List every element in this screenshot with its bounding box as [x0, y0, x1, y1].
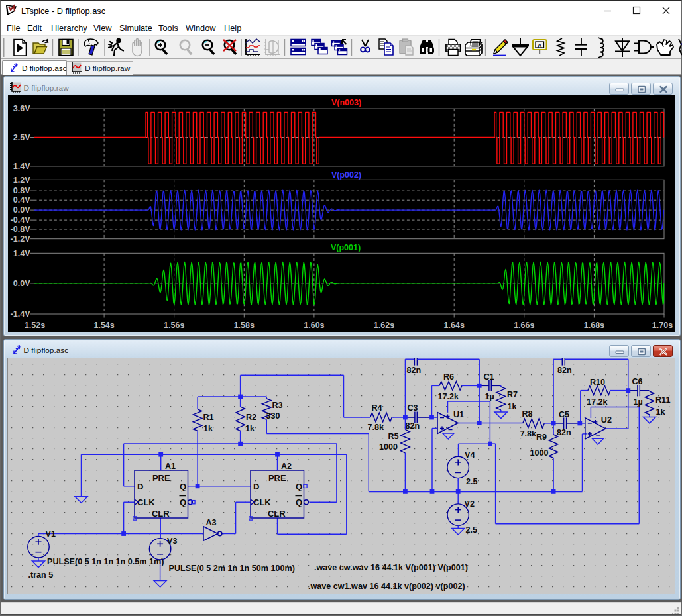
svg-text:PRE: PRE: [268, 473, 286, 483]
svg-text:R11: R11: [655, 395, 670, 405]
svg-text:0.0V: 0.0V: [13, 205, 30, 215]
svg-text:1000: 1000: [530, 448, 548, 458]
svg-text:A2: A2: [280, 462, 291, 471]
svg-text:R4: R4: [371, 403, 382, 413]
svg-text:R9: R9: [536, 433, 546, 442]
svg-text:1µ: 1µ: [633, 397, 642, 407]
svg-text:1.54s: 1.54s: [93, 321, 114, 330]
svg-text:V4: V4: [465, 450, 475, 460]
svg-text:CLR: CLR: [151, 509, 169, 519]
svg-text:D: D: [253, 482, 259, 491]
svg-text:.tran 5: .tran 5: [28, 570, 53, 580]
svg-text:-0.8V: -0.8V: [10, 225, 30, 234]
svg-text:U1: U1: [453, 410, 464, 419]
svg-text:3.6V: 3.6V: [13, 104, 30, 113]
svg-text:-0.4V: -0.4V: [10, 215, 30, 225]
svg-text:C1: C1: [483, 372, 494, 382]
svg-text:Q: Q: [180, 482, 186, 491]
svg-text:V3: V3: [167, 537, 177, 546]
svg-text:2.5V: 2.5V: [13, 133, 30, 142]
svg-text:0.8V: 0.8V: [13, 186, 30, 195]
svg-text:1.60s: 1.60s: [304, 321, 324, 330]
svg-text:R7: R7: [507, 390, 518, 399]
svg-text:R5: R5: [388, 432, 398, 441]
svg-text:1.62s: 1.62s: [373, 321, 394, 330]
svg-text:1k: 1k: [245, 424, 255, 433]
svg-text:.wave cw.wav 16 44.1k V(p001): .wave cw.wav 16 44.1k V(p001) V(p001): [314, 563, 468, 572]
svg-text:1µ: 1µ: [484, 392, 494, 401]
svg-text:A3: A3: [205, 518, 216, 527]
svg-text:Q: Q: [296, 482, 302, 491]
svg-text:82n: 82n: [557, 428, 571, 437]
svg-text:0.0V: 0.0V: [13, 279, 30, 288]
svg-text:7.8k: 7.8k: [367, 423, 384, 432]
svg-text:-1.2V: -1.2V: [10, 234, 30, 244]
svg-text:1.70s: 1.70s: [652, 321, 672, 330]
svg-text:V(n003): V(n003): [331, 98, 361, 107]
svg-text:V(p001): V(p001): [330, 243, 360, 252]
svg-text:R1: R1: [203, 413, 213, 422]
svg-text:2.5: 2.5: [466, 477, 478, 486]
svg-text:1.2V: 1.2V: [13, 176, 30, 185]
svg-text:1k: 1k: [655, 407, 665, 417]
svg-text:R2: R2: [246, 413, 256, 422]
svg-text:C5: C5: [559, 410, 569, 419]
svg-text:C6: C6: [632, 377, 642, 386]
svg-text:1k: 1k: [507, 402, 517, 411]
svg-text:.wave cw1.wav 16 44.1k v(p002): .wave cw1.wav 16 44.1k v(p002) v(p002): [308, 582, 465, 591]
svg-text:PULSE(0 5 1n 1n 1n 0.5m 1m): PULSE(0 5 1n 1n 1n 0.5m 1m): [47, 557, 164, 566]
svg-text:82n: 82n: [557, 366, 572, 375]
svg-text:7.8k: 7.8k: [520, 429, 537, 438]
svg-text:1.52s: 1.52s: [24, 321, 44, 330]
svg-text:PULSE(0 5 2m 1n 1n 50m 100m): PULSE(0 5 2m 1n 1n 50m 100m): [168, 564, 294, 573]
svg-text:PRE: PRE: [152, 473, 170, 483]
svg-text:1k: 1k: [203, 424, 213, 433]
svg-text:A: A: [538, 42, 542, 49]
svg-text:82n: 82n: [406, 366, 421, 375]
svg-text:1.56s: 1.56s: [164, 321, 184, 330]
svg-text:1.68s: 1.68s: [583, 321, 604, 330]
svg-text:R10: R10: [590, 378, 605, 387]
svg-text:330: 330: [266, 411, 280, 421]
svg-text:0.4V: 0.4V: [13, 195, 30, 205]
svg-text:CLR: CLR: [267, 509, 285, 519]
svg-text:1.66s: 1.66s: [514, 321, 534, 330]
svg-text:17.2k: 17.2k: [437, 392, 459, 401]
svg-text:R6: R6: [443, 372, 454, 382]
svg-text:C3: C3: [407, 403, 418, 413]
svg-text:2.5: 2.5: [465, 525, 477, 535]
svg-text:R3: R3: [272, 401, 282, 410]
svg-text:1.4V: 1.4V: [13, 162, 30, 171]
svg-text:V(p002): V(p002): [331, 170, 361, 180]
svg-text:1.4V: 1.4V: [13, 249, 30, 258]
svg-text:-1.4V: -1.4V: [10, 309, 30, 319]
svg-text:D: D: [137, 482, 143, 491]
svg-text:17.2k: 17.2k: [587, 397, 608, 407]
svg-text:U2: U2: [600, 415, 611, 425]
svg-text:R8: R8: [522, 409, 532, 419]
svg-text:V2: V2: [464, 499, 474, 509]
svg-text:1.58s: 1.58s: [233, 321, 254, 330]
svg-text:V1: V1: [45, 529, 55, 539]
svg-text:A1: A1: [164, 462, 175, 471]
svg-text:Q: Q: [296, 497, 302, 507]
svg-text:CLK: CLK: [253, 497, 271, 507]
svg-text:1000: 1000: [378, 442, 397, 452]
svg-text:Q: Q: [180, 497, 186, 507]
svg-text:82n: 82n: [405, 421, 420, 431]
svg-text:CLK: CLK: [137, 497, 155, 507]
svg-text:1.64s: 1.64s: [443, 321, 464, 330]
